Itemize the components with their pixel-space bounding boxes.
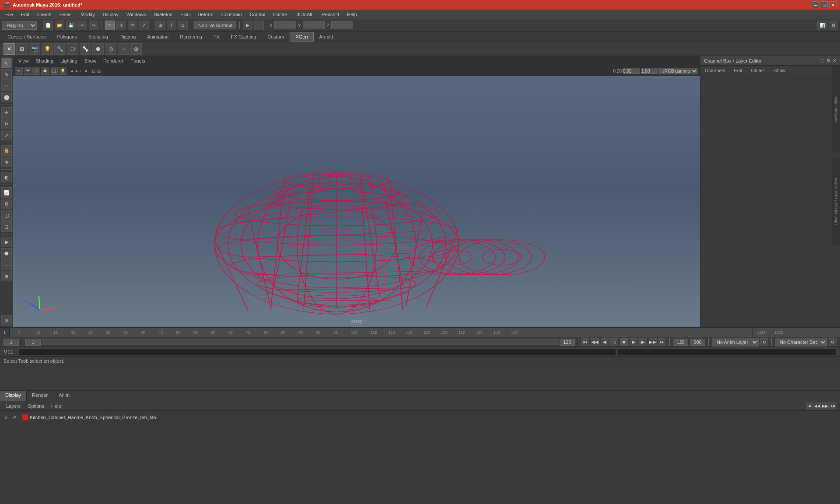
tab-custom[interactable]: Custom bbox=[262, 32, 290, 42]
render-settings-button[interactable]: ▶ bbox=[243, 21, 252, 30]
channel-box-toggle[interactable]: 📊 bbox=[817, 21, 827, 30]
lasso-button[interactable]: ○ bbox=[1, 80, 12, 91]
lock-button[interactable]: 🔒 bbox=[1, 145, 12, 156]
paint-button[interactable]: ✎ bbox=[1, 69, 12, 80]
rp-tab-object[interactable]: Object bbox=[746, 66, 769, 75]
extra-button[interactable]: ⊕ bbox=[1, 271, 12, 281]
menu-display[interactable]: Display bbox=[99, 11, 122, 18]
move-tool-left[interactable]: ✛ bbox=[1, 107, 12, 118]
menu-control[interactable]: Control bbox=[246, 11, 269, 18]
rp-tab-show[interactable]: Show bbox=[769, 66, 790, 75]
tab-animation[interactable]: Animation bbox=[141, 32, 174, 42]
vp-gamma-input1[interactable] bbox=[623, 68, 640, 74]
anim-layer-settings-btn[interactable]: ⚙ bbox=[760, 338, 768, 346]
layer-vis-v[interactable]: V bbox=[4, 415, 11, 420]
menu-windows[interactable]: Windows bbox=[123, 11, 150, 18]
icon-hierarchy[interactable]: ⊞ bbox=[16, 43, 28, 55]
tab-rendering[interactable]: Rendering bbox=[174, 32, 208, 42]
vp-camera-btn[interactable]: 📷 bbox=[24, 67, 32, 75]
menu-select[interactable]: Select bbox=[56, 11, 77, 18]
icon-light[interactable]: 💡 bbox=[42, 43, 53, 55]
rotate-tool-button[interactable]: ↻ bbox=[128, 21, 137, 30]
cb-nav-start[interactable]: ⏮ bbox=[806, 402, 813, 410]
render-button[interactable]: ▶ bbox=[1, 237, 12, 247]
scale-tool-button[interactable]: ⤢ bbox=[139, 21, 149, 30]
menu-redshift[interactable]: Redshift bbox=[318, 11, 343, 18]
move-tool-button[interactable]: ✛ bbox=[116, 21, 126, 30]
right-panel-expand-btn[interactable]: ⬡ bbox=[820, 58, 825, 63]
cb-nav-end[interactable]: ⏭ bbox=[830, 402, 836, 410]
maximize-button[interactable]: □ bbox=[821, 1, 828, 8]
icon-custom-2[interactable]: ⊕ bbox=[130, 43, 142, 55]
vp-select-btn[interactable]: ↖ bbox=[15, 67, 23, 75]
icon-select[interactable]: ✕ bbox=[4, 43, 15, 55]
z-input[interactable] bbox=[331, 21, 353, 29]
anim-layer-dropdown[interactable]: No Anim Layer bbox=[712, 338, 759, 346]
right-panel-settings-btn[interactable]: ⚙ bbox=[826, 58, 831, 63]
rp-tab-channels[interactable]: Channels bbox=[700, 66, 729, 75]
snap-grid-button[interactable]: ⊞ bbox=[155, 21, 165, 30]
vp-menu-shading[interactable]: Shading bbox=[34, 57, 55, 64]
x-input[interactable] bbox=[274, 21, 296, 29]
cb-nav-prev[interactable]: ◀◀ bbox=[814, 402, 821, 410]
layer-color-swatch[interactable] bbox=[22, 414, 28, 420]
prev-frame-button[interactable]: ◀◀ bbox=[591, 338, 599, 346]
undo-button[interactable]: ↩ bbox=[77, 21, 87, 30]
tab-sculpting[interactable]: Sculpting bbox=[83, 32, 114, 42]
tab-fx[interactable]: FX bbox=[208, 32, 225, 42]
select-mode-button[interactable]: ↖ bbox=[1, 58, 12, 68]
tab-xgen[interactable]: XGen bbox=[290, 32, 313, 42]
character-set-dropdown[interactable]: No Character Set bbox=[775, 338, 827, 346]
tool-1[interactable]: ◈ bbox=[1, 157, 12, 167]
snap-point-button[interactable]: ⊙ bbox=[178, 21, 188, 30]
stop-button[interactable]: ■ bbox=[620, 338, 628, 346]
cb-tab-anim[interactable]: Anim bbox=[53, 391, 75, 401]
tab-curves-surfaces[interactable]: Curves / Surfaces bbox=[2, 32, 51, 42]
tool-settings-left[interactable]: ⚙ bbox=[1, 199, 12, 209]
snap-curve-button[interactable]: ⌇ bbox=[167, 21, 176, 30]
range-end2-input[interactable] bbox=[673, 339, 688, 346]
cb-nav-next[interactable]: ▶▶ bbox=[822, 402, 829, 410]
dope-button[interactable]: ◻ bbox=[1, 221, 12, 232]
cache-button[interactable]: ⬣ bbox=[1, 248, 12, 259]
cb-options-menu[interactable]: Options bbox=[25, 402, 47, 410]
vp-menu-lighting[interactable]: Lighting bbox=[59, 57, 79, 64]
tool-settings-button[interactable]: ⚙ bbox=[829, 21, 838, 30]
right-panel-close-btn[interactable]: ✕ bbox=[833, 58, 836, 63]
open-scene-button[interactable]: 📂 bbox=[55, 21, 64, 30]
vp-menu-renderer[interactable]: Renderer bbox=[102, 57, 125, 64]
graph-button[interactable]: 📈 bbox=[1, 187, 12, 198]
menu-help[interactable]: Help bbox=[343, 11, 360, 18]
mel-input[interactable] bbox=[18, 348, 616, 355]
cb-layers-menu[interactable]: Layers bbox=[4, 402, 23, 410]
cb-help-menu[interactable]: Help bbox=[49, 402, 64, 410]
menu-deform[interactable]: Deform bbox=[194, 11, 217, 18]
icon-custom-1[interactable]: ≡ bbox=[118, 43, 129, 55]
vp-gamma-input2[interactable] bbox=[641, 68, 658, 74]
current-frame-input[interactable] bbox=[4, 339, 19, 346]
char-set-settings-btn[interactable]: ⚙ bbox=[829, 338, 836, 346]
timeline-ruler[interactable]: 5 10 15 20 25 30 35 40 45 50 55 60 65 70… bbox=[10, 328, 752, 337]
close-button[interactable]: ✕ bbox=[830, 1, 836, 8]
max-frame-input[interactable] bbox=[690, 339, 705, 346]
scale-tool-left[interactable]: ⤢ bbox=[1, 130, 12, 140]
icon-mesh[interactable]: 🔧 bbox=[54, 43, 66, 55]
show-button[interactable]: ◐ bbox=[1, 172, 12, 182]
tab-fx-caching[interactable]: FX Caching bbox=[225, 32, 262, 42]
layer-name[interactable]: Kitchen_Cabinet_Handle_Knob_Spherical_Br… bbox=[30, 415, 156, 420]
tab-polygons[interactable]: Polygons bbox=[51, 32, 82, 42]
vp-wire-btn[interactable]: ⬡ bbox=[32, 67, 40, 75]
sculpt-button[interactable]: ⬤ bbox=[1, 92, 12, 102]
icon-skin[interactable]: ⬣ bbox=[92, 43, 104, 55]
menu-skin[interactable]: Skin bbox=[177, 11, 193, 18]
menu-cache[interactable]: Cache bbox=[270, 11, 290, 18]
layer-vis-p[interactable]: P bbox=[13, 415, 20, 420]
go-to-end-button[interactable]: ⏭ bbox=[658, 338, 666, 346]
redo-button[interactable]: ↪ bbox=[89, 21, 98, 30]
next-key-button[interactable]: ▶ bbox=[639, 338, 647, 346]
track-button[interactable]: ◫ bbox=[1, 210, 12, 220]
icon-deform[interactable]: ⬡ bbox=[67, 43, 78, 55]
vp-texture-btn[interactable]: ◫ bbox=[50, 67, 58, 75]
frame-range-slider[interactable] bbox=[42, 339, 558, 345]
viewport[interactable]: View Shading Lighting Show Renderer Pane… bbox=[13, 56, 700, 327]
